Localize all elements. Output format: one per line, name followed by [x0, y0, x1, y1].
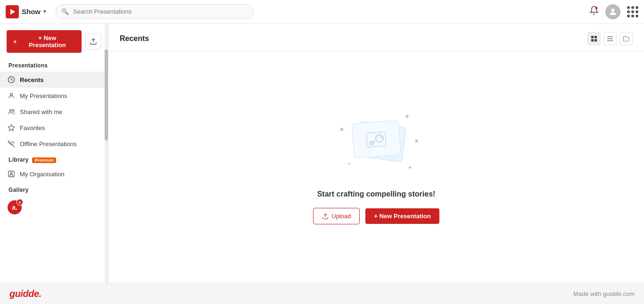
guidde-tagline: Made with guidde.com	[573, 290, 635, 297]
sidebar-item-offline[interactable]: Offline Presentations	[0, 136, 108, 152]
empty-actions: Upload + New Presentation	[313, 208, 439, 224]
sidebar-item-label-my-presentations: My Presentations	[20, 92, 67, 99]
grid-view-button[interactable]	[587, 32, 601, 45]
search-icon: 🔍	[61, 8, 69, 15]
sparkle-icon-2: ✕	[339, 126, 344, 133]
sidebar-item-label-my-org: My Organisation	[20, 171, 65, 178]
search-bar: 🔍	[56, 4, 254, 19]
sidebar-item-shared-with-me[interactable]: Shared with me	[0, 104, 108, 120]
main-content: Recents	[108, 24, 644, 283]
svg-line-22	[369, 141, 375, 142]
topbar: Show ▾ 🔍	[0, 0, 644, 24]
gallery-avatar: a. 6	[8, 200, 22, 214]
sidebar-scrollbar-thumb[interactable]	[105, 49, 108, 140]
body-layout: + + New Presentation Presentations	[0, 24, 644, 283]
svg-rect-19	[607, 41, 613, 41]
svg-point-1	[595, 7, 598, 9]
sidebar-item-label-favorites: Favorites	[20, 124, 45, 131]
plus-icon: +	[13, 38, 17, 45]
svg-marker-0	[10, 9, 15, 15]
sidebar-item-recents[interactable]: Recents	[0, 72, 108, 88]
svg-rect-14	[594, 36, 597, 38]
sparkle-icon-1: +	[405, 112, 409, 121]
building-icon	[8, 170, 15, 178]
notification-bell-icon[interactable]	[589, 6, 599, 17]
view-toggles	[587, 32, 633, 45]
svg-rect-16	[594, 39, 597, 41]
svg-rect-15	[591, 39, 594, 41]
app-logo[interactable]: Show ▾	[6, 5, 46, 18]
guidde-logo: guidde.	[9, 288, 41, 299]
svg-point-12	[10, 173, 12, 174]
empty-state-message: Start crafting compelling stories!	[317, 190, 436, 198]
sidebar-item-label-shared: Shared with me	[20, 108, 62, 115]
svg-rect-18	[607, 38, 613, 39]
main-header: Recents	[108, 24, 644, 51]
upload-button-small[interactable]	[85, 33, 101, 49]
sidebar-item-label-recents: Recents	[20, 76, 44, 83]
svg-rect-17	[607, 36, 613, 37]
empty-illustration: + ✕ ✕ + +	[334, 110, 419, 181]
sparkle-icon-4: +	[348, 161, 351, 166]
avatar[interactable]	[605, 4, 620, 19]
sparkle-icon-5: +	[408, 164, 412, 171]
list-view-button[interactable]	[603, 32, 617, 45]
gallery-badge: 6	[17, 199, 23, 205]
page-title: Recents	[120, 34, 149, 43]
apps-grid-icon[interactable]	[627, 6, 638, 17]
svg-point-7	[12, 109, 14, 111]
sidebar: + + New Presentation Presentations	[0, 24, 108, 283]
new-btn-area: + + New Presentation	[0, 24, 108, 58]
search-input[interactable]	[56, 4, 254, 19]
premium-badge: Premium	[32, 157, 56, 163]
sidebar-item-gallery[interactable]: a. 6	[0, 196, 108, 219]
new-presentation-main-button[interactable]: + New Presentation	[365, 208, 439, 224]
person-icon	[8, 92, 15, 99]
sidebar-scrollbar[interactable]	[105, 24, 108, 283]
svg-rect-13	[591, 36, 594, 38]
sidebar-item-label-offline: Offline Presentations	[20, 140, 76, 148]
logo-icon	[6, 5, 19, 18]
sidebar-item-favorites[interactable]: Favorites	[0, 120, 108, 136]
upload-button[interactable]: Upload	[313, 208, 360, 224]
app-name: Show	[22, 8, 41, 16]
empty-state: + ✕ ✕ + + Start cr	[108, 51, 644, 283]
sidebar-item-my-organisation[interactable]: My Organisation	[0, 166, 108, 182]
gallery-section-label: Gallery	[0, 182, 108, 196]
wifi-off-icon	[8, 140, 15, 148]
star-icon	[8, 124, 15, 131]
svg-point-6	[9, 109, 11, 111]
slide-card-front	[352, 120, 401, 159]
svg-marker-8	[8, 124, 14, 131]
chevron-down-icon: ▾	[43, 8, 46, 15]
people-icon	[8, 108, 15, 115]
svg-point-5	[10, 93, 12, 96]
svg-line-24	[370, 144, 373, 145]
sidebar-item-my-presentations[interactable]: My Presentations	[0, 88, 108, 104]
topbar-right	[589, 4, 638, 19]
svg-line-23	[370, 143, 374, 143]
svg-point-2	[611, 8, 615, 12]
presentations-section-label: Presentations	[0, 58, 108, 72]
bottom-bar: guidde. Made with guidde.com	[0, 283, 644, 304]
folder-view-button[interactable]	[619, 32, 633, 45]
clock-icon	[8, 76, 15, 83]
sparkle-icon-3: ✕	[414, 138, 419, 144]
new-presentation-button[interactable]: + + New Presentation	[7, 30, 82, 53]
library-section-label: Library Premium	[0, 152, 108, 166]
